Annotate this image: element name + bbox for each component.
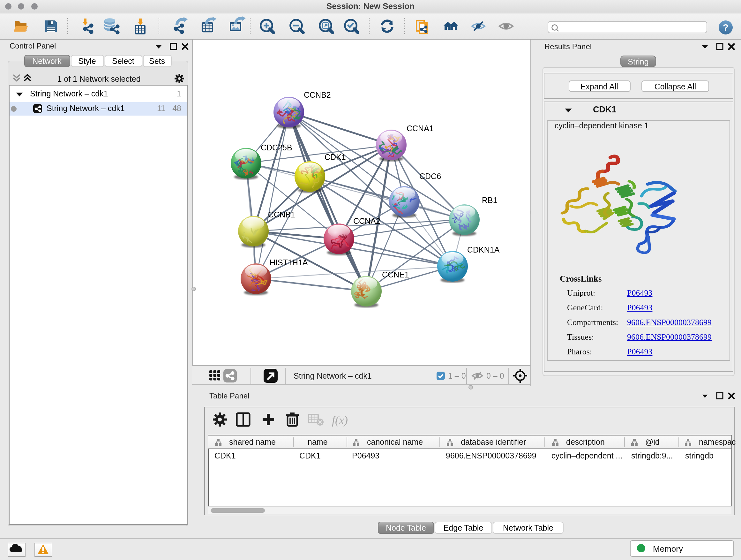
svg-text:cyclin–dependent ...: cyclin–dependent ... bbox=[551, 451, 622, 460]
svg-text:namespac: namespac bbox=[699, 437, 736, 446]
svg-text:9606.ENSP00000378699: 9606.ENSP00000378699 bbox=[446, 451, 536, 460]
svg-text:P06493: P06493 bbox=[352, 451, 380, 460]
svg-text:stringdb:9...: stringdb:9... bbox=[631, 451, 673, 460]
svg-text:@id: @id bbox=[645, 437, 660, 446]
svg-text:CDK1: CDK1 bbox=[299, 451, 321, 460]
svg-text:shared name: shared name bbox=[229, 437, 276, 446]
svg-text:canonical name: canonical name bbox=[367, 437, 423, 446]
svg-text:name: name bbox=[308, 437, 328, 446]
svg-text:description: description bbox=[566, 437, 605, 446]
svg-text:database identifier: database identifier bbox=[461, 437, 526, 446]
svg-text:stringdb: stringdb bbox=[685, 451, 714, 460]
svg-text:CDK1: CDK1 bbox=[214, 451, 236, 460]
